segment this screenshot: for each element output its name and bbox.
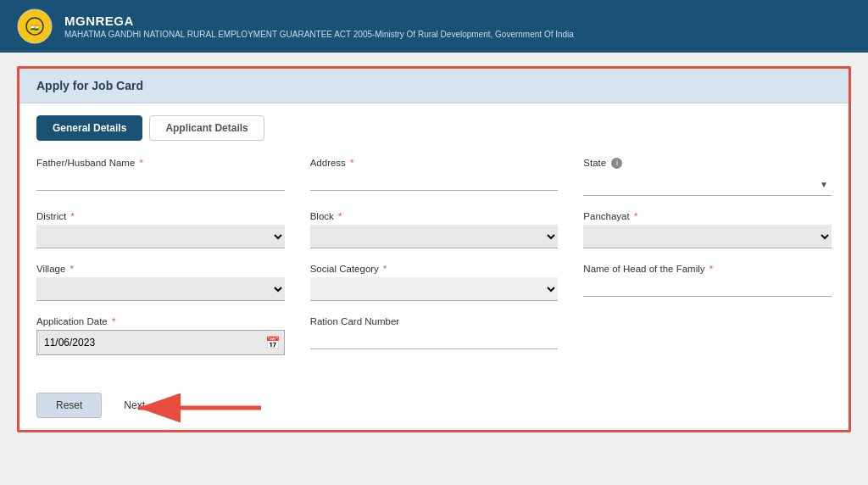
address-label: Address * [310,158,559,168]
address-group: Address * [310,158,559,196]
form-row-2: District * Block * Panchay [36,211,832,248]
form-row-4: Application Date * 📅 Ration Card Number [36,316,832,355]
site-header: 🇮🇳 MGNREGA MAHATMA GANDHI NATIONAL RURAL… [0,0,868,53]
district-select[interactable] [36,225,285,248]
district-label: District * [36,211,285,221]
panchayat-label: Panchayat * [583,211,832,221]
state-label: State i [583,158,832,169]
father-husband-name-group: Father/Husband Name * [36,158,285,196]
social-category-label: Social Category * [310,264,559,274]
ration-card-number-label: Ration Card Number [310,316,559,326]
ration-card-number-input[interactable] [310,330,559,349]
village-group: Village * [36,264,285,301]
svg-text:🇮🇳: 🇮🇳 [31,23,39,31]
ration-card-number-group: Ration Card Number [310,316,559,355]
reset-button[interactable]: Reset [36,393,102,418]
red-arrow-indicator [130,391,265,425]
header-title: MGNREGA [64,14,574,28]
village-select[interactable] [36,277,285,301]
header-subtitle: MAHATMA GANDHI NATIONAL RURAL EMPLOYMENT… [64,30,574,39]
panchayat-group: Panchayat * [583,211,832,248]
form-body: Father/Husband Name * Address * State i [19,149,849,384]
social-category-group: Social Category * [310,264,559,301]
tabs-area: General Details Applicant Details [19,103,849,149]
social-category-select[interactable] [310,277,559,301]
block-group: Block * [310,211,559,248]
address-input[interactable] [310,171,559,191]
block-select[interactable] [310,225,559,248]
form-header-bar: Apply for Job Card [19,69,849,103]
tab-general-details[interactable]: General Details [36,115,142,141]
application-date-label: Application Date * [36,316,285,326]
date-input-wrapper: 📅 [36,330,285,355]
application-date-input[interactable] [36,330,285,355]
form-row-3: Village * Social Category * [36,264,832,301]
name-of-head-label: Name of Head of the Family * [583,264,832,274]
form-page-title: Apply for Job Card [36,79,143,92]
block-label: Block * [310,211,559,221]
father-husband-name-label: Father/Husband Name * [36,158,285,168]
name-of-head-input[interactable] [583,277,832,297]
state-group: State i ▼ [583,158,832,196]
tab-applicant-details[interactable]: Applicant Details [149,115,264,141]
header-text-block: MGNREGA MAHATMA GANDHI NATIONAL RURAL EM… [64,14,574,39]
village-label: Village * [36,264,285,274]
empty-placeholder [583,316,832,355]
father-husband-name-input[interactable] [36,171,285,191]
district-group: District * [36,211,285,248]
state-select[interactable] [583,172,832,196]
form-row-1: Father/Husband Name * Address * State i [36,158,832,196]
buttons-row: Reset Next [19,384,849,430]
name-of-head-group: Name of Head of the Family * [583,264,832,301]
state-info-icon: i [611,158,622,169]
panchayat-select[interactable] [583,225,832,248]
main-wrapper: Apply for Job Card General Details Appli… [0,53,868,446]
state-select-wrapper: ▼ [583,172,832,196]
outer-box: Apply for Job Card General Details Appli… [17,66,851,432]
mgnrega-logo: 🇮🇳 [17,8,53,44]
application-date-group: Application Date * 📅 [36,316,285,355]
